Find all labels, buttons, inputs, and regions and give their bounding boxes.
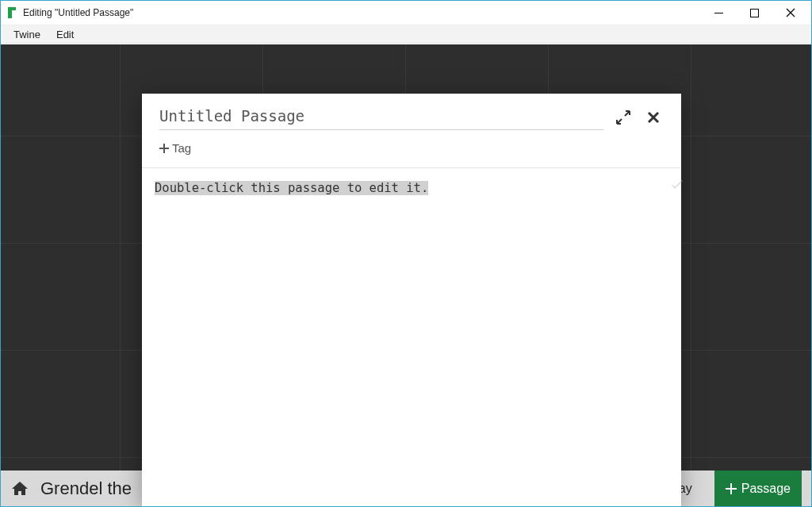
svg-rect-11 (159, 148, 169, 149)
app-icon (6, 6, 18, 19)
scroll-indicator-icon (672, 177, 683, 188)
passage-editor-modal: Tag Double-click this passage to edit it… (142, 94, 681, 506)
window-titlebar: Editing "Untitled Passage" (1, 1, 811, 25)
add-tag-label: Tag (172, 141, 191, 155)
svg-rect-7 (726, 488, 737, 490)
close-icon[interactable] (643, 107, 664, 128)
plus-icon (726, 483, 737, 494)
story-title[interactable]: Grendel the (40, 478, 132, 499)
passage-body-editor[interactable]: Double-click this passage to edit it. (142, 168, 681, 507)
home-icon[interactable] (10, 479, 29, 498)
modal-header (142, 94, 681, 136)
svg-rect-2 (714, 13, 723, 13)
story-canvas[interactable]: Grendel the Play Passage (1, 44, 811, 506)
add-passage-button[interactable]: Passage (714, 471, 802, 506)
passage-body-text: Double-click this passage to edit it. (155, 181, 428, 195)
tag-row: Tag (142, 136, 681, 168)
svg-rect-3 (751, 9, 759, 17)
expand-icon[interactable] (613, 107, 634, 128)
add-tag-button[interactable]: Tag (159, 141, 191, 155)
menubar: Twine Edit (1, 25, 811, 44)
window-maximize-button[interactable] (737, 1, 772, 25)
svg-rect-1 (8, 7, 16, 10)
window-title: Editing "Untitled Passage" (23, 7, 133, 18)
menu-edit[interactable]: Edit (48, 27, 82, 42)
passage-title-input[interactable] (159, 105, 603, 130)
add-passage-label: Passage (741, 482, 791, 496)
window-close-button[interactable] (772, 1, 808, 25)
menu-twine[interactable]: Twine (6, 27, 48, 42)
window-minimize-button[interactable] (701, 1, 737, 25)
plus-icon (159, 144, 169, 153)
